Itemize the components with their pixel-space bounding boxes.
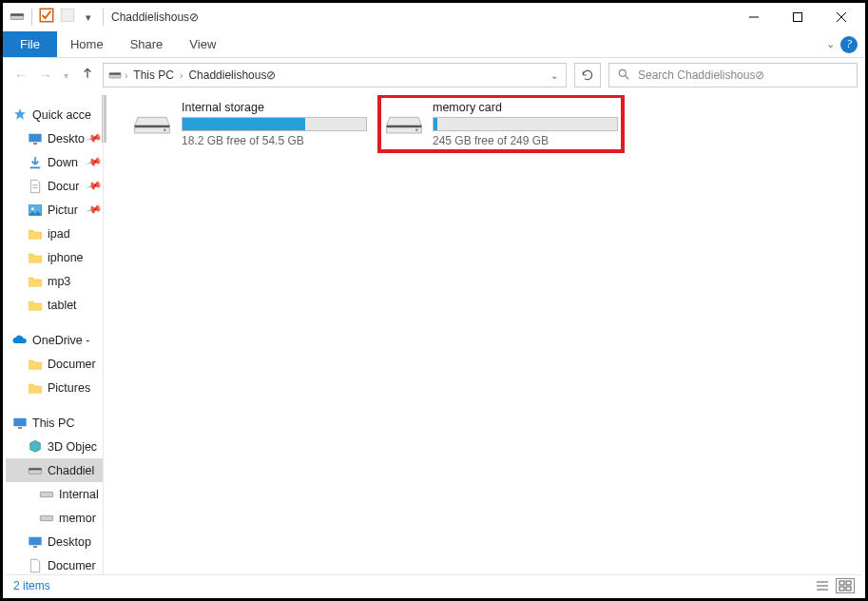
pin-icon: 📌 [86,201,103,218]
drive-name: memory card [433,101,618,114]
tab-file[interactable]: File [3,31,57,57]
back-button[interactable]: ← [10,64,31,87]
recent-locations-button[interactable]: ▾ [60,67,72,85]
svg-rect-19 [18,427,22,429]
drive-memory-card[interactable]: memory card 245 GB free of 249 GB [377,95,625,153]
sidebar-item-label: Internal [59,488,99,501]
folder-icon [27,226,44,242]
drive-free-text: 245 GB free of 249 GB [433,134,618,147]
sidebar-item-label: tablet [48,299,77,312]
sidebar-internal-storage[interactable]: Internal [6,482,103,506]
tab-home[interactable]: Home [57,31,117,57]
svg-rect-18 [13,417,26,426]
drive-icon [9,7,26,28]
sidebar-item-label: Down [48,156,78,169]
breadcrumb-thispc[interactable]: This PC [129,68,178,82]
pin-icon: 📌 [86,177,103,194]
up-button[interactable] [80,66,95,85]
qat-dropdown-icon[interactable]: ▾ [80,11,97,24]
nav-sidebar: Quick acce Deskto 📌 Down 📌 Docur 📌 Pictu… [6,95,104,574]
quick-access-toolbar: ▾ [5,7,106,28]
nav-bar: ← → ▾ › This PC › Chaddielishous⊘ ⌄ Sear… [3,58,865,92]
address-dropdown-icon[interactable]: ⌄ [550,70,562,81]
documents-icon [27,558,44,573]
sidebar-item-label: Docur [48,180,79,193]
qat-divider-2 [103,9,104,26]
minimize-button[interactable] [732,3,776,31]
status-bar: 2 items [6,574,862,595]
sidebar-quick-access[interactable]: Quick acce [6,103,103,126]
search-placeholder: Search Chaddielishous⊘ [638,68,764,82]
sidebar-3d-objects[interactable]: 3D Objec [6,435,103,458]
sidebar-onedrive[interactable]: OneDrive - [6,328,103,352]
tab-share[interactable]: Share [117,31,177,57]
drive-icon [132,104,172,144]
sidebar-item-label: Deskto [48,132,85,145]
svg-point-17 [31,207,34,210]
sidebar-mp3[interactable]: mp3 [6,269,103,293]
sidebar-documents[interactable]: Docur 📌 [6,174,103,198]
maximize-button[interactable] [776,3,820,31]
search-icon [617,68,630,84]
drive-capacity-bar [182,117,367,131]
status-item-count: 2 items [13,579,50,592]
sidebar-pc-desktop[interactable]: Desktop [6,530,103,553]
sidebar-od-documents[interactable]: Documer [6,352,103,376]
folder-icon [27,298,44,313]
drive-icon [38,487,55,502]
drive-icon [27,463,44,478]
svg-point-10 [619,69,626,76]
help-icon[interactable]: ? [840,36,858,53]
svg-rect-28 [387,126,422,128]
view-large-icons-button[interactable] [836,578,855,593]
window-controls [732,3,863,31]
sidebar-item-label: Documer [48,559,96,572]
svg-rect-23 [40,515,52,520]
sidebar-downloads[interactable]: Down 📌 [6,150,103,174]
address-drive-icon [107,67,123,85]
drive-capacity-bar [433,117,618,131]
folder-icon [27,274,44,289]
sidebar-tablet[interactable]: tablet [6,293,103,317]
svg-rect-12 [29,133,41,142]
sidebar-chaddiel-device[interactable]: Chaddiel [6,458,103,482]
content-pane[interactable]: Internal storage 18.2 GB free of 54.5 GB… [104,95,862,574]
pictures-icon [27,203,44,218]
forward-button[interactable]: → [35,64,56,87]
star-icon [11,107,29,123]
sidebar-item-label: memor [59,512,96,525]
close-button[interactable] [820,3,863,31]
sidebar-memory-card[interactable]: memor [6,506,103,530]
qat-placeholder-icon[interactable] [59,7,76,28]
sidebar-pc-documents[interactable]: Documer [6,553,103,574]
sidebar-ipad[interactable]: ipad [6,222,103,245]
svg-rect-36 [846,587,851,591]
sidebar-iphone[interactable]: iphone [6,245,103,269]
breadcrumb-sep[interactable]: › [123,70,129,81]
drive-icon [385,104,423,144]
sidebar-thispc[interactable]: This PC [6,411,103,435]
drive-internal-storage[interactable]: Internal storage 18.2 GB free of 54.5 GB [132,99,372,148]
window-title: Chaddielishous⊘ [111,10,199,24]
svg-point-29 [415,128,418,131]
pin-icon: 📌 [86,129,103,146]
svg-rect-35 [839,587,844,591]
sidebar-desktop[interactable]: Deskto 📌 [6,126,103,150]
drive-name: Internal storage [182,101,372,114]
search-input[interactable]: Search Chaddielishous⊘ [608,63,858,87]
address-bar[interactable]: › This PC › Chaddielishous⊘ ⌄ [103,63,567,87]
breadcrumb-device[interactable]: Chaddielishous⊘ [184,68,280,82]
refresh-button[interactable] [574,63,601,87]
breadcrumb-sep[interactable]: › [178,70,184,81]
sidebar-pictures[interactable]: Pictur 📌 [6,198,103,222]
pin-icon: 📌 [86,153,103,170]
tab-view[interactable]: View [176,31,229,57]
properties-icon[interactable] [38,7,55,28]
svg-rect-21 [29,468,41,470]
sidebar-od-pictures[interactable]: Pictures [6,376,103,399]
ribbon-expand-icon[interactable]: ⌄ [826,38,835,50]
svg-rect-25 [33,546,37,548]
view-details-button[interactable] [813,578,832,593]
folder-icon [27,250,44,265]
objects-3d-icon [27,439,44,455]
